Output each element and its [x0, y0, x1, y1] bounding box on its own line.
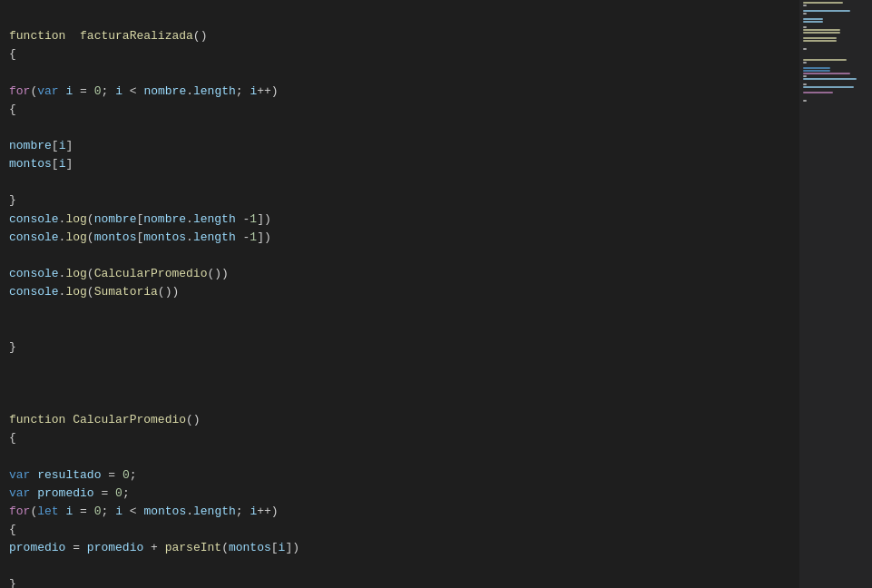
code-line: function CalcularPromedio() — [9, 411, 799, 429]
code-line: var promedio = 0; — [9, 485, 799, 503]
code-line: } — [9, 575, 799, 588]
code-line — [9, 173, 799, 191]
code-line: { — [9, 101, 799, 119]
code-line — [9, 301, 799, 319]
code-lines: function facturaRealizada(){ for(var i =… — [9, 9, 799, 588]
code-line: for(let i = 0; i < montos.length; i++) — [9, 503, 799, 521]
code-line: montos[i] — [9, 155, 799, 173]
code-line: var resultado = 0; — [9, 466, 799, 485]
code-line — [9, 319, 799, 338]
code-editor[interactable]: function facturaRealizada(){ for(var i =… — [0, 0, 799, 588]
code-line — [9, 357, 799, 375]
code-line — [9, 247, 799, 265]
code-line — [9, 447, 799, 466]
code-line: } — [9, 191, 799, 210]
code-line — [9, 557, 799, 575]
minimap-content — [801, 0, 872, 104]
code-line: console.log(montos[montos.length -1]) — [9, 229, 799, 247]
code-line: console.log(nombre[nombre.length -1]) — [9, 211, 799, 229]
code-line — [9, 9, 799, 27]
code-line: promedio = promedio + parseInt(montos[i]… — [9, 539, 799, 557]
code-line: console.log(CalcularPromedio()) — [9, 265, 799, 283]
code-line: nombre[i] — [9, 137, 799, 155]
code-line — [9, 64, 799, 82]
code-line: for(var i = 0; i < nombre.length; i++) — [9, 83, 799, 101]
minimap[interactable] — [799, 0, 872, 588]
code-line: { — [9, 521, 799, 539]
code-line: } — [9, 338, 799, 357]
code-line: console.log(Sumatoria()) — [9, 283, 799, 301]
code-line — [9, 375, 799, 393]
code-line: { — [9, 45, 799, 64]
code-line — [9, 119, 799, 137]
code-line: { — [9, 429, 799, 447]
code-line — [9, 393, 799, 411]
code-line: function facturaRealizada() — [9, 27, 799, 45]
